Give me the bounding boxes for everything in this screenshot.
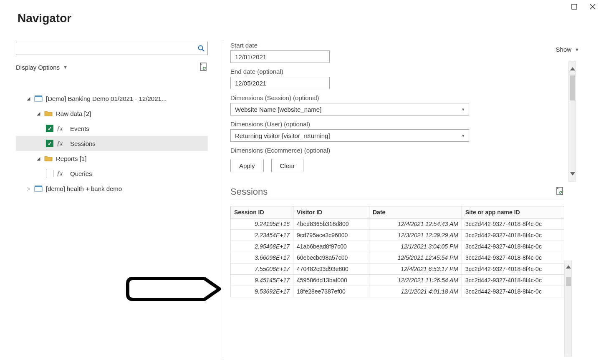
cell-site-id: 3cc2d442-9327-4018-8f4c-0c (462, 264, 564, 275)
cell-visitor-id: 9cd795ace3c96000 (293, 230, 369, 241)
collapse-icon[interactable]: ◢ (36, 156, 41, 161)
checkbox-checked-icon[interactable]: ✓ (46, 140, 53, 147)
clear-button[interactable]: Clear (271, 159, 304, 172)
dim-user-label: Dimensions (User) (optional) (230, 120, 581, 128)
tree-label: [Demo] Banking Demo 01/2021 - 12/2021... (46, 95, 167, 102)
apply-button[interactable]: Apply (230, 159, 264, 172)
dim-user-select[interactable]: Returning visitor [visitor_returning] ▾ (230, 129, 469, 142)
col-date[interactable]: Date (369, 206, 462, 218)
cell-visitor-id: 459586dd13baf000 (293, 275, 369, 286)
table-row[interactable]: 9.45145E+17459586dd13baf00012/2/2021 11:… (231, 275, 564, 286)
cell-session-id: 9.24195E+16 (231, 218, 293, 230)
database-icon (34, 95, 43, 102)
end-date-value: 12/05/2021 (235, 80, 266, 87)
checkbox-checked-icon[interactable]: ✓ (46, 125, 53, 132)
tree-node-events[interactable]: ✓ ƒx Events (16, 121, 208, 136)
cell-date: 12/1/2021 3:04:05 PM (369, 241, 462, 252)
cell-date: 12/3/2021 12:39:29 AM (369, 230, 462, 241)
cell-site-id: 3cc2d442-9327-4018-8f4c-0c (462, 241, 564, 252)
cell-session-id: 2.23454E+17 (231, 230, 293, 241)
svg-rect-10 (35, 186, 42, 187)
cell-site-id: 3cc2d442-9327-4018-8f4c-0c (462, 230, 564, 241)
start-date-input[interactable]: 12/01/2021 (230, 50, 330, 63)
collapse-icon[interactable]: ◢ (36, 111, 41, 116)
table-header-row: Session ID Visitor ID Date Site or app n… (231, 206, 564, 218)
col-visitor-id[interactable]: Visitor ID (293, 206, 369, 218)
scrollbar-params[interactable] (568, 61, 576, 182)
annotation-arrow-icon (125, 274, 221, 304)
cell-site-id: 3cc2d442-9327-4018-8f4c-0c (462, 252, 564, 264)
scrollbar-table[interactable] (564, 261, 572, 356)
cell-visitor-id: 41ab6bead8f97c00 (293, 241, 369, 252)
cell-site-id: 3cc2d442-9327-4018-8f4c-0c (462, 275, 564, 286)
table-row[interactable]: 9.53692E+1718fe28ee7387ef0012/1/2021 4:0… (231, 286, 564, 297)
sessions-table: Session ID Visitor ID Date Site or app n… (230, 206, 564, 297)
cell-site-id: 3cc2d442-9327-4018-8f4c-0c (462, 218, 564, 230)
search-input[interactable] (20, 45, 197, 52)
refresh-preview-icon[interactable] (556, 187, 564, 197)
cell-session-id: 2.95468E+17 (231, 241, 293, 252)
cell-site-id: 3cc2d442-9327-4018-8f4c-0c (462, 286, 564, 297)
display-options-label: Display Options (16, 64, 60, 71)
tree-node-queries[interactable]: ƒx Queries (16, 166, 208, 181)
col-session-id[interactable]: Session ID (231, 206, 293, 218)
checkbox-unchecked-icon[interactable] (46, 170, 53, 177)
cell-visitor-id: 4bed8365b316d800 (293, 218, 369, 230)
caret-down-icon: ▼ (63, 65, 68, 70)
tree-label: Raw data [2] (56, 110, 91, 117)
tree-label: Queries (70, 170, 92, 177)
cell-visitor-id: 18fe28ee7387ef00 (293, 286, 369, 297)
table-row[interactable]: 2.23454E+179cd795ace3c9600012/3/2021 12:… (231, 230, 564, 241)
cell-session-id: 9.53692E+17 (231, 286, 293, 297)
end-date-input[interactable]: 12/05/2021 (230, 77, 330, 89)
cell-session-id: 9.45145E+17 (231, 275, 293, 286)
search-icon[interactable] (197, 45, 205, 52)
start-date-label: Start date (230, 42, 581, 49)
col-site-id[interactable]: Site or app name ID (462, 206, 564, 218)
search-field[interactable] (16, 42, 208, 55)
table-row[interactable]: 9.24195E+164bed8365b316d80012/4/2021 12:… (231, 218, 564, 230)
table-row[interactable]: 2.95468E+1741ab6bead8f97c0012/1/2021 3:0… (231, 241, 564, 252)
window-close-icon[interactable] (588, 3, 597, 11)
cell-visitor-id: 60ebecbc98a57c00 (293, 252, 369, 264)
cell-date: 12/4/2021 6:53:17 PM (369, 264, 462, 275)
fx-icon: ƒx (57, 170, 67, 177)
folder-icon (44, 110, 53, 116)
tree-node-reports[interactable]: ◢ Reports [1] (16, 151, 208, 166)
tree-node-sessions[interactable]: ✓ ƒx Sessions (16, 136, 208, 151)
end-date-label: End date (optional) (230, 68, 581, 75)
cell-date: 12/5/2021 12:45:54 PM (369, 252, 462, 264)
dim-session-label: Dimensions (Session) (optional) (230, 94, 581, 101)
table-row[interactable]: 7.55006E+17470482c93d93e80012/4/2021 6:5… (231, 264, 564, 275)
svg-rect-7 (35, 97, 42, 101)
dim-user-value: Returning visitor [visitor_returning] (235, 132, 330, 139)
table-row[interactable]: 3.66098E+1760ebecbc98a57c0012/5/2021 12:… (231, 252, 564, 264)
tree-label: Events (70, 125, 89, 132)
collapse-icon[interactable]: ◢ (26, 96, 31, 101)
fx-icon: ƒx (57, 125, 67, 132)
svg-rect-9 (35, 187, 42, 191)
tree-label: [demo] health + bank demo (46, 185, 122, 192)
caret-down-icon: ▾ (462, 133, 465, 138)
split-divider[interactable] (223, 42, 223, 359)
refresh-preview-icon[interactable] (199, 63, 208, 72)
dim-session-select[interactable]: Website Name [website_name] ▾ (230, 103, 469, 115)
cell-session-id: 3.66098E+17 (231, 252, 293, 264)
svg-point-3 (199, 46, 203, 50)
cell-date: 12/2/2021 11:26:54 AM (369, 275, 462, 286)
tree-node-banking-demo[interactable]: ◢ [Demo] Banking Demo 01/2021 - 12/2021.… (16, 91, 208, 106)
tree-node-health-bank-demo[interactable]: ▷ [demo] health + bank demo (16, 181, 208, 196)
display-options-dropdown[interactable]: Display Options ▼ (16, 64, 68, 71)
expand-icon[interactable]: ▷ (26, 186, 31, 191)
window-restore-icon[interactable] (570, 3, 578, 11)
database-icon (34, 185, 43, 192)
tree-label: Reports [1] (56, 155, 86, 162)
tree-node-raw-data[interactable]: ◢ Raw data [2] (16, 106, 208, 121)
cell-session-id: 7.55006E+17 (231, 264, 293, 275)
fx-icon: ƒx (57, 140, 67, 147)
start-date-value: 12/01/2021 (235, 53, 266, 60)
svg-line-4 (202, 50, 205, 52)
cell-date: 12/1/2021 4:01:18 AM (369, 286, 462, 297)
dim-ecom-label: Dimensions (Ecommerce) (optional) (230, 147, 581, 154)
section-title: Sessions (230, 186, 268, 197)
